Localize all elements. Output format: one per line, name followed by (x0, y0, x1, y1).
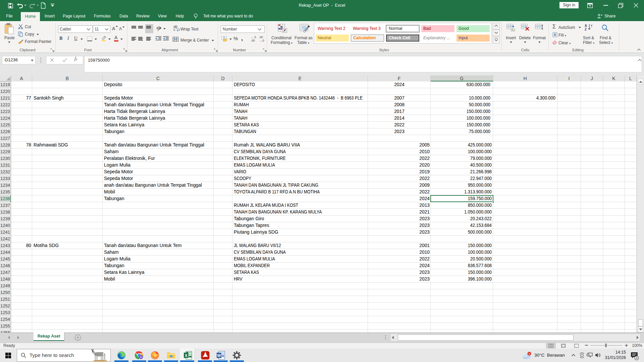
svg-text:W: W (217, 353, 221, 358)
svg-text:5: 5 (529, 352, 530, 355)
svg-text:A: A (140, 355, 142, 359)
svg-text:3: 3 (636, 356, 637, 360)
svg-text:X: X (185, 353, 187, 358)
